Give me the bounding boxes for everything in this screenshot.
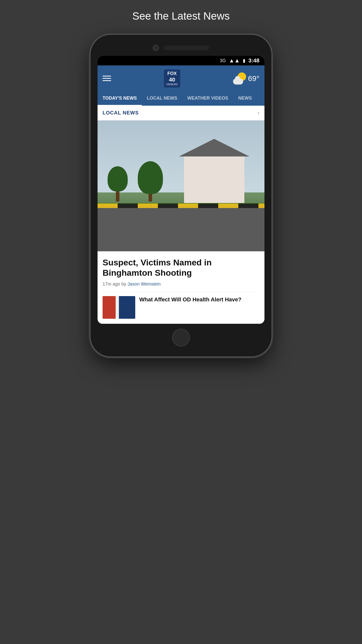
- house-illustration: [184, 154, 244, 204]
- police-tape: [98, 204, 264, 208]
- hamburger-menu-button[interactable]: [103, 76, 111, 81]
- main-article-headline[interactable]: Suspect, Victims Named in Binghamton Sho…: [103, 257, 259, 278]
- preposition: by: [121, 281, 126, 287]
- main-article-image[interactable]: [98, 120, 264, 251]
- secondary-article[interactable]: What Affect Will OD Health Alert Have?: [103, 292, 259, 319]
- nav-tabs-bar: TODAY'S NEWS LOCAL NEWS WEATHER VIDEOS N…: [98, 92, 264, 106]
- main-article-content: Suspect, Victims Named in Binghamton Sho…: [98, 251, 264, 324]
- temperature-display: 69°: [248, 74, 259, 83]
- weather-widget[interactable]: 69°: [233, 72, 259, 85]
- tab-todays-news[interactable]: TODAY'S NEWS: [98, 92, 142, 106]
- app-header: FOX 40 HDNEWS 69°: [98, 65, 264, 92]
- tree-center: [138, 161, 163, 202]
- signal-bars-icon: ▲▲: [229, 57, 240, 64]
- battery-icon: ▮: [243, 58, 245, 63]
- tree-left: [108, 166, 128, 202]
- front-camera: [153, 45, 159, 51]
- article-meta: 17m ago by Jason Weinstein: [103, 281, 259, 287]
- fox40-logo: FOX 40 HDNEWS: [164, 69, 180, 88]
- thumbnail-badge: [119, 296, 135, 319]
- hamburger-line-1: [103, 76, 111, 76]
- thumbnail-flag-red: [103, 296, 116, 319]
- phone-screen: 3G ▲▲ ▮ 3:48 FOX 40 HDNEWS: [98, 56, 264, 324]
- secondary-article-headline: What Affect Will OD Health Alert Have?: [139, 296, 241, 303]
- tab-local-news[interactable]: LOCAL NEWS: [142, 92, 182, 106]
- tab-weather-videos[interactable]: WEATHER VIDEOS: [182, 92, 233, 106]
- network-signal-icon: 3G: [220, 58, 226, 63]
- earpiece-speaker: [164, 46, 209, 50]
- author-name[interactable]: Jason Weinstein: [127, 281, 161, 287]
- ground-bg: [98, 206, 264, 251]
- secondary-article-thumbnail: [103, 296, 135, 319]
- phone-top-hardware: [98, 45, 264, 51]
- logo-fox-text: FOX: [166, 71, 177, 76]
- tab-news[interactable]: NEWS: [233, 92, 257, 106]
- hamburger-line-2: [103, 78, 111, 79]
- weather-icon: [233, 72, 246, 85]
- status-time: 3:48: [248, 57, 259, 64]
- chevron-right-icon: ›: [258, 110, 259, 116]
- time-ago: 17m ago: [103, 281, 120, 287]
- section-header-title: LOCAL NEWS: [103, 110, 139, 116]
- status-bar: 3G ▲▲ ▮ 3:48: [98, 56, 264, 65]
- app-logo: FOX 40 HDNEWS: [164, 69, 180, 88]
- phone-device: 3G ▲▲ ▮ 3:48 FOX 40 HDNEWS: [90, 35, 272, 356]
- hamburger-line-3: [103, 80, 111, 81]
- page-title: See the Latest News: [132, 10, 230, 22]
- section-header-local-news[interactable]: LOCAL NEWS ›: [98, 106, 264, 120]
- phone-bottom-hardware: [98, 329, 264, 346]
- cloud-icon: [233, 78, 243, 85]
- logo-number-text: 40: [166, 76, 177, 83]
- home-button[interactable]: [172, 329, 190, 346]
- logo-hd-text: HDNEWS: [166, 83, 177, 86]
